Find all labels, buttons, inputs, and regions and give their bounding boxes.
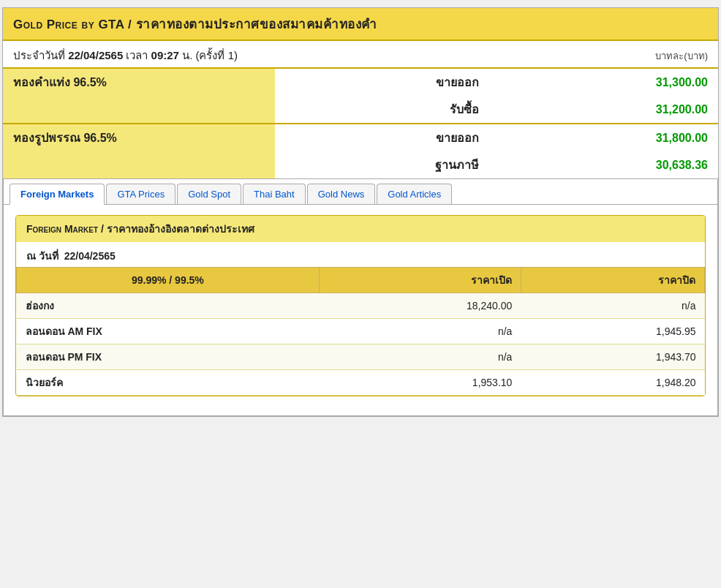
date-cell: ประจำวันที่ 22/04/2565 เวลา 09:27 น. (คร… [3, 41, 489, 67]
tab-gold-spot[interactable]: Gold Spot [177, 184, 241, 204]
foreign-date: ณ วันที่ 22/04/2565 [16, 242, 705, 267]
foreign-table: 99.99% / 99.5% ราคาเปิด ราคาปิด ฮ่องกง18… [16, 267, 705, 396]
tab-gold-articles[interactable]: Gold Articles [377, 184, 452, 204]
market-name: ฮ่องกง [17, 293, 320, 319]
col-close-header: ราคาปิด [521, 268, 704, 293]
foreign-table-row: ลอนดอน AM FIXn/a1,945.95 [17, 319, 705, 344]
foreign-date-value: 22/04/2565 [64, 250, 116, 262]
price-3: 31,800.00 [489, 124, 718, 151]
time-label: เวลา [126, 49, 148, 61]
action-1: ขายออก [275, 69, 489, 96]
col-open-header: ราคาเปิด [319, 268, 521, 293]
tab-gold-news[interactable]: Gold News [307, 184, 376, 204]
time-suffix: น. (ครั้งที่ 1) [182, 49, 238, 61]
action-2: รับซื้อ [275, 96, 489, 123]
date-prefix: ประจำวันที่ [13, 49, 65, 61]
date-row: ประจำวันที่ 22/04/2565 เวลา 09:27 น. (คร… [3, 41, 718, 67]
action-3: ขายออก [275, 124, 489, 151]
price-row-1: ทองคำแท่ง 96.5% ขายออก 31,300.00 [3, 69, 718, 96]
gold-type-1: ทองคำแท่ง 96.5% [3, 69, 275, 96]
market-open: n/a [319, 319, 521, 344]
foreign-table-row: ฮ่องกง18,240.00n/a [17, 293, 705, 319]
market-close: 1,945.95 [521, 319, 704, 344]
header-title: Gold Price by GTA / ราคาทองตามประกาศของส… [13, 18, 377, 31]
time-value: 09:27 [151, 49, 179, 61]
foreign-date-prefix: ณ วันที่ [26, 250, 58, 262]
main-container: Gold Price by GTA / ราคาทองตามประกาศของส… [2, 7, 719, 417]
market-name: นิวยอร์ค [17, 370, 320, 396]
date-value: 22/04/2565 [68, 49, 123, 61]
price-row-4: ฐานภาษี 30,638.36 [3, 151, 718, 178]
baht-label: บาทละ(บาท) [489, 41, 718, 67]
foreign-box: Foreign Market / ราคาทองอ้างอิงตลาดต่างป… [15, 215, 706, 396]
price-row-2: รับซื้อ 31,200.00 [3, 96, 718, 123]
gold-header: Gold Price by GTA / ราคาทองตามประกาศของส… [3, 8, 718, 41]
foreign-table-row: นิวยอร์ค1,953.101,948.20 [17, 370, 705, 396]
foreign-table-header: 99.99% / 99.5% ราคาเปิด ราคาปิด [17, 268, 705, 293]
market-close: n/a [521, 293, 704, 319]
price-2: 31,200.00 [489, 96, 718, 123]
col-type-header: 99.99% / 99.5% [17, 268, 320, 293]
tab-bar: Foreign Markets GTA Prices Gold Spot Tha… [4, 179, 717, 205]
gold-type-2 [3, 96, 275, 123]
price-4: 30,638.36 [489, 151, 718, 178]
market-open: 1,953.10 [319, 370, 521, 396]
foreign-box-header: Foreign Market / ราคาทองอ้างอิงตลาดต่างป… [16, 216, 705, 242]
tab-section: Foreign Markets GTA Prices Gold Spot Tha… [3, 178, 718, 416]
tab-gta-prices[interactable]: GTA Prices [106, 184, 175, 204]
market-name: ลอนดอน PM FIX [17, 344, 320, 370]
gold-price-table: ประจำวันที่ 22/04/2565 เวลา 09:27 น. (คร… [3, 41, 718, 178]
foreign-table-row: ลอนดอน PM FIXn/a1,943.70 [17, 344, 705, 370]
price-row-3: ทองรูปพรรณ 96.5% ขายออก 31,800.00 [3, 124, 718, 151]
tab-content: Foreign Market / ราคาทองอ้างอิงตลาดต่างป… [4, 205, 717, 415]
market-close: 1,943.70 [521, 344, 704, 370]
market-name: ลอนดอน AM FIX [17, 319, 320, 344]
tab-thai-baht[interactable]: Thai Baht [243, 184, 306, 204]
market-open: n/a [319, 344, 521, 370]
price-1: 31,300.00 [489, 69, 718, 96]
gold-type-3: ทองรูปพรรณ 96.5% [3, 124, 275, 151]
action-4: ฐานภาษี [275, 151, 489, 178]
market-open: 18,240.00 [319, 293, 521, 319]
market-close: 1,948.20 [521, 370, 704, 396]
tab-foreign-markets[interactable]: Foreign Markets [10, 184, 105, 205]
gold-type-4 [3, 151, 275, 178]
